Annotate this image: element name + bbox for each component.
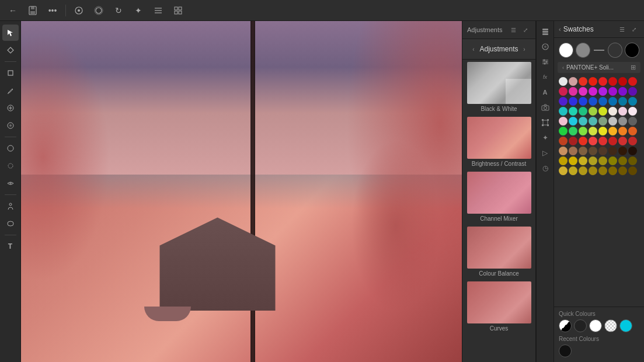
swatch-28[interactable] xyxy=(628,87,637,96)
swatch-92[interactable] xyxy=(569,156,577,165)
swatch-107[interactable] xyxy=(618,166,627,175)
swatch-65[interactable] xyxy=(598,127,607,135)
tool-clone[interactable] xyxy=(2,117,19,134)
swatch-93[interactable] xyxy=(579,156,587,165)
quick-swatch-white[interactable] xyxy=(589,319,602,332)
preset-colour-balance[interactable]: Colour Balance xyxy=(462,224,535,279)
swatches-fullscreen-btn[interactable]: ⤢ xyxy=(629,24,639,34)
swatch-86[interactable] xyxy=(608,147,617,155)
adj-expand-btn[interactable]: ⤢ xyxy=(520,25,531,35)
swatch-72[interactable] xyxy=(569,137,577,145)
swatch-108[interactable] xyxy=(628,166,637,175)
swatch-64[interactable] xyxy=(589,127,597,135)
tool-node[interactable] xyxy=(2,42,19,58)
adj-menu-btn[interactable]: ☰ xyxy=(508,25,518,35)
swatch-73[interactable] xyxy=(579,137,587,145)
right-star-btn[interactable]: ✦ xyxy=(538,131,552,145)
swatch-98[interactable] xyxy=(628,156,637,165)
tool-liquify[interactable] xyxy=(2,215,19,232)
swatch-106[interactable] xyxy=(608,166,617,175)
swatch-24[interactable] xyxy=(589,87,597,96)
swatch-35[interactable] xyxy=(598,97,607,106)
swatch-47[interactable] xyxy=(618,107,627,116)
canvas-area[interactable] xyxy=(21,21,462,362)
pantone-selector[interactable]: ‹ PANTONE+ Soli... ⊞ xyxy=(558,62,640,73)
quick-swatch-trans[interactable] xyxy=(604,319,617,332)
swatch-27[interactable] xyxy=(618,87,627,96)
swatch-23[interactable] xyxy=(579,87,587,96)
swatch-16[interactable] xyxy=(608,77,617,86)
swatch-85[interactable] xyxy=(598,147,607,155)
swatch-black[interactable] xyxy=(625,43,639,58)
swatch-48[interactable] xyxy=(628,107,637,116)
swatch-103[interactable] xyxy=(579,166,587,175)
tool-cursor[interactable] xyxy=(2,25,19,41)
swatch-45[interactable] xyxy=(598,107,607,116)
swatch-41[interactable] xyxy=(559,107,568,116)
swatch-34[interactable] xyxy=(589,97,597,106)
swatch-61[interactable] xyxy=(559,127,568,135)
swatch-14[interactable] xyxy=(589,77,597,86)
swatch-33[interactable] xyxy=(579,97,587,106)
right-layers-btn[interactable] xyxy=(538,25,552,39)
swatch-63[interactable] xyxy=(579,127,587,135)
tool-dodge[interactable] xyxy=(2,140,19,156)
swatches-list-btn[interactable]: ☰ xyxy=(617,24,627,34)
swatch-81[interactable] xyxy=(559,147,568,155)
swatch-101[interactable] xyxy=(559,166,568,175)
preset-brightness[interactable]: Brightness / Contrast xyxy=(462,114,535,169)
quick-swatch-split[interactable] xyxy=(559,319,572,332)
tool-grid[interactable] xyxy=(170,2,186,19)
swatch-104[interactable] xyxy=(589,166,597,175)
swatch-75[interactable] xyxy=(598,137,607,145)
right-history-btn[interactable]: ◷ xyxy=(538,161,552,175)
tool-text[interactable]: T xyxy=(2,238,19,255)
save-button[interactable] xyxy=(25,2,41,19)
swatch-71[interactable] xyxy=(559,137,568,145)
swatch-54[interactable] xyxy=(589,117,597,126)
swatch-46[interactable] xyxy=(608,107,617,116)
swatch-96[interactable] xyxy=(608,156,617,165)
tool-star[interactable]: ✦ xyxy=(130,2,147,19)
swatch-51[interactable] xyxy=(559,117,568,126)
swatch-17[interactable] xyxy=(618,77,627,86)
tool-blur[interactable] xyxy=(2,158,19,174)
pantone-grid-icon[interactable]: ⊞ xyxy=(631,64,636,71)
right-circle-btn[interactable] xyxy=(538,40,552,54)
swatch-11[interactable] xyxy=(559,77,568,86)
swatch-21[interactable] xyxy=(559,87,568,96)
swatch-68[interactable] xyxy=(628,127,637,135)
swatch-38[interactable] xyxy=(628,97,637,106)
tool-circle[interactable] xyxy=(90,2,107,19)
tool-paint[interactable] xyxy=(2,82,19,99)
swatch-91[interactable] xyxy=(559,156,568,165)
swatch-gray[interactable] xyxy=(576,43,590,58)
swatch-88[interactable] xyxy=(628,147,637,155)
swatch-78[interactable] xyxy=(628,137,637,145)
swatch-83[interactable] xyxy=(579,147,587,155)
swatch-56[interactable] xyxy=(608,117,617,126)
more-button[interactable]: ••• xyxy=(44,2,61,19)
swatch-87[interactable] xyxy=(618,147,627,155)
swatch-37[interactable] xyxy=(618,97,627,106)
swatch-55[interactable] xyxy=(598,117,607,126)
swatch-76[interactable] xyxy=(608,137,617,145)
swatch-77[interactable] xyxy=(618,137,627,145)
right-camera-btn[interactable] xyxy=(538,100,552,114)
tool-develop[interactable] xyxy=(71,2,87,19)
swatch-22[interactable] xyxy=(569,87,577,96)
swatch-57[interactable] xyxy=(618,117,627,126)
swatch-62[interactable] xyxy=(569,127,577,135)
right-play-btn[interactable]: ▷ xyxy=(538,146,552,160)
tool-person[interactable] xyxy=(2,198,19,214)
swatch-36[interactable] xyxy=(608,97,617,106)
tool-lines[interactable] xyxy=(150,2,166,19)
tool-rotate[interactable]: ↻ xyxy=(110,2,127,19)
swatch-12[interactable] xyxy=(569,77,577,86)
swatch-105[interactable] xyxy=(598,166,607,175)
swatch-66[interactable] xyxy=(608,127,617,135)
right-adjustments-btn[interactable] xyxy=(538,55,552,69)
swatch-44[interactable] xyxy=(589,107,597,116)
swatch-32[interactable] xyxy=(569,97,577,106)
swatch-dark[interactable] xyxy=(608,43,622,58)
